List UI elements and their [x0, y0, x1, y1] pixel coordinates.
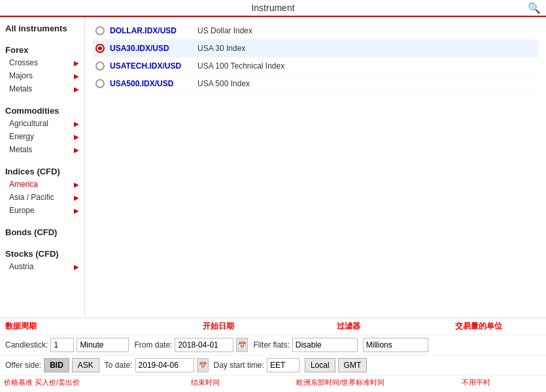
- chevron-right-icon: ▶: [74, 120, 79, 127]
- from-date-input[interactable]: [175, 338, 233, 352]
- sidebar-item[interactable]: Metals▶: [0, 143, 84, 156]
- sidebar-item[interactable]: Europe▶: [0, 204, 84, 217]
- sidebar-item[interactable]: Austria▶: [0, 260, 84, 273]
- chevron-right-icon: ▶: [74, 181, 79, 188]
- instrument-name: USA 100 Technical Index: [197, 61, 284, 71]
- instrument-name: US Dollar Index: [197, 26, 252, 35]
- ann-filter: 过滤器: [283, 319, 413, 333]
- sidebar-item[interactable]: Crosses▶: [0, 56, 84, 69]
- instrument-item[interactable]: USA30.IDX/USDUSA 30 Index: [93, 40, 538, 57]
- sidebar-item-label: Energy: [9, 132, 34, 141]
- search-icon[interactable]: 🔍: [528, 2, 541, 14]
- annotation-row-2: 价格基准 买入价/卖出价 结束时间 欧洲东部时间/世界标准时间 不用平时: [0, 376, 546, 389]
- chevron-right-icon: ▶: [74, 73, 79, 80]
- sidebar-item[interactable]: Energy▶: [0, 130, 84, 143]
- gmt-button[interactable]: GMT: [338, 358, 367, 372]
- sidebar-item-label: Metals: [9, 145, 32, 154]
- candlestick-label: Candlestick:: [5, 340, 48, 350]
- instrument-name: USA 30 Index: [197, 44, 245, 53]
- ann-volume-unit: 交易量的单位: [413, 319, 543, 333]
- content-area: DOLLAR.IDX/USDUS Dollar IndexUSA30.IDX/U…: [85, 17, 546, 318]
- ann-data-period: 数据周期: [3, 319, 153, 333]
- chevron-right-icon: ▶: [74, 146, 79, 154]
- to-date-section: To date: 📅: [105, 358, 209, 372]
- filter-flats-label: Filter flats:: [253, 340, 289, 350]
- main-layout: All instrumentsForexCrosses▶Majors▶Metal…: [0, 17, 546, 318]
- from-date-section: From date: 📅: [134, 338, 248, 352]
- instrument-item[interactable]: USA500.IDX/USDUSA 500 Index: [93, 75, 538, 93]
- instrument-code: DOLLAR.IDX/USD: [110, 26, 195, 35]
- radio-button[interactable]: [95, 26, 105, 35]
- radio-button[interactable]: [95, 61, 105, 71]
- chevron-right-icon: ▶: [74, 59, 79, 67]
- candlestick-section: Candlestick:: [5, 338, 129, 352]
- sidebar: All instrumentsForexCrosses▶Majors▶Metal…: [0, 17, 85, 318]
- ann-end-time: 结束时间: [138, 377, 273, 388]
- filter-flats-section: Filter flats:: [253, 338, 357, 352]
- sidebar-section-title: Stocks (CFD): [0, 245, 84, 260]
- instrument-item[interactable]: DOLLAR.IDX/USDUS Dollar Index: [93, 22, 538, 40]
- sidebar-divider: [0, 238, 84, 245]
- chevron-right-icon: ▶: [74, 133, 79, 140]
- offer-side-label: Offer side:: [5, 361, 41, 370]
- chevron-right-icon: ▶: [74, 86, 79, 93]
- timezone-section: Local GMT: [305, 358, 367, 372]
- sidebar-item[interactable]: Metals▶: [0, 82, 84, 95]
- day-start-input[interactable]: [267, 358, 299, 372]
- candlestick-unit-input[interactable]: [77, 338, 129, 352]
- sidebar-item-label: America: [9, 180, 38, 189]
- ann-start-date: 开始日期: [153, 319, 283, 333]
- annotation-row-1: 数据周期 开始日期 过滤器 交易量的单位: [0, 318, 546, 335]
- sidebar-item[interactable]: Majors▶: [0, 69, 84, 82]
- sidebar-item-label: Agricultural: [9, 119, 48, 128]
- local-button[interactable]: Local: [305, 358, 335, 372]
- ann-eet: 欧洲东部时间/世界标准时间: [273, 377, 409, 388]
- ask-button[interactable]: ASK: [72, 358, 99, 372]
- bottom-panel: 数据周期 开始日期 过滤器 交易量的单位 Candlestick: From d…: [0, 318, 546, 389]
- sidebar-item[interactable]: Agricultural▶: [0, 117, 84, 130]
- instrument-code: USATECH.IDX/USD: [110, 61, 195, 71]
- chevron-right-icon: ▶: [74, 194, 79, 201]
- sidebar-divider: [0, 95, 84, 102]
- controls-row-2: Offer side: BID ASK To date: 📅 Day start…: [0, 355, 546, 376]
- sidebar-divider: [0, 273, 84, 280]
- to-date-label: To date:: [105, 361, 133, 370]
- offer-side-section: Offer side: BID ASK: [5, 358, 99, 372]
- sidebar-item-label: Asia / Pacific: [9, 193, 54, 202]
- sidebar-item-label: Austria: [9, 262, 33, 271]
- sidebar-section-title: Bonds (CFD): [0, 223, 84, 238]
- ann-no-flat: 不用平时: [408, 377, 543, 388]
- instrument-item[interactable]: USATECH.IDX/USDUSA 100 Technical Index: [93, 57, 538, 75]
- volume-unit-section: [363, 338, 428, 352]
- candlestick-value-input[interactable]: [50, 338, 74, 352]
- sidebar-divider: [0, 35, 84, 41]
- radio-button[interactable]: [95, 79, 105, 88]
- ann-price-basis: 价格基准 买入价/卖出价: [3, 377, 138, 388]
- page-title: Instrument: [251, 3, 294, 13]
- sidebar-section-title: Forex: [0, 41, 84, 56]
- sidebar-section-title: Indices (CFD): [0, 163, 84, 178]
- controls-row-1: Candlestick: From date: 📅 Filter flats:: [0, 335, 546, 355]
- sidebar-divider: [0, 217, 84, 223]
- instrument-code: USA500.IDX/USD: [110, 79, 195, 88]
- bid-button[interactable]: BID: [44, 358, 69, 372]
- instrument-name: USA 500 Index: [197, 79, 250, 88]
- from-date-picker-button[interactable]: 📅: [236, 338, 248, 352]
- sidebar-item-label: Majors: [9, 71, 33, 80]
- day-start-label: Day start time:: [214, 361, 264, 370]
- sidebar-item-label: Crosses: [9, 58, 38, 67]
- sidebar-item-label: Europe: [9, 206, 35, 215]
- header: Instrument 🔍: [0, 0, 546, 17]
- radio-button[interactable]: [95, 44, 105, 53]
- sidebar-divider: [0, 156, 84, 163]
- sidebar-item[interactable]: Asia / Pacific▶: [0, 191, 84, 204]
- chevron-right-icon: ▶: [74, 263, 79, 270]
- volume-unit-input[interactable]: [363, 338, 428, 352]
- day-start-section: Day start time:: [214, 358, 299, 372]
- to-date-input[interactable]: [135, 358, 194, 372]
- sidebar-section-title: All instruments: [0, 20, 84, 35]
- sidebar-item[interactable]: America▶: [0, 178, 84, 191]
- chevron-right-icon: ▶: [74, 207, 79, 214]
- filter-flats-input[interactable]: [292, 338, 358, 352]
- to-date-picker-button[interactable]: 📅: [197, 358, 209, 372]
